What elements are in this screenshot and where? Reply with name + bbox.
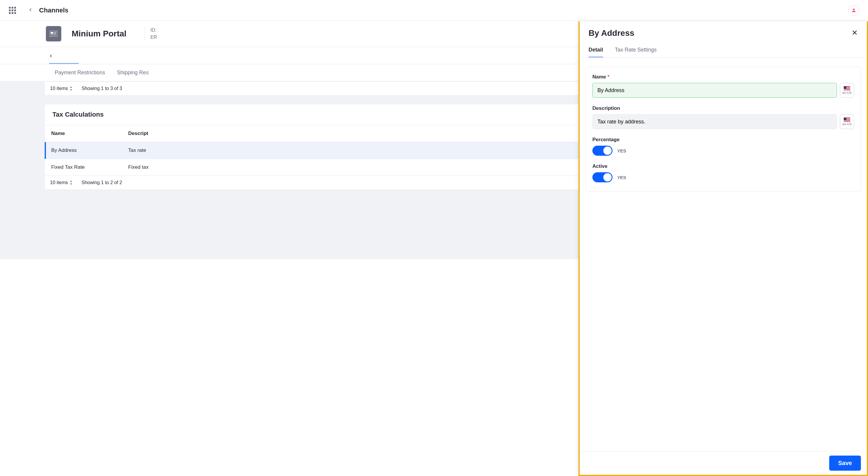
description-label: Description <box>592 105 854 111</box>
side-panel: By Address Detail Tax Rate Settings Name… <box>579 21 868 259</box>
tab-shipping-restrictions[interactable]: Shipping Res <box>117 70 149 76</box>
subnav-back-button[interactable] <box>48 53 55 61</box>
items-per-page-label: 10 items <box>50 86 68 91</box>
header-erp-label: ER <box>150 34 157 41</box>
user-avatar[interactable] <box>848 5 859 16</box>
form-group-active: Active YES <box>592 163 854 182</box>
active-toggle[interactable] <box>592 172 613 182</box>
us-flag-icon <box>844 86 850 90</box>
form-group-name: Name * en-US <box>592 74 854 98</box>
tax-items-per-page-dropdown[interactable]: 10 items <box>50 180 72 185</box>
tax-showing-text: Showing 1 to 2 of 2 <box>82 180 122 185</box>
percentage-toggle-value: YES <box>617 148 626 153</box>
panel-form-card: Name * en-US <box>586 67 861 192</box>
us-flag-icon <box>844 118 850 122</box>
svg-marker-8 <box>70 184 72 185</box>
locale-selector[interactable]: en-US <box>840 114 854 129</box>
panel-title: By Address <box>589 28 634 38</box>
active-label: Active <box>592 163 854 169</box>
locale-code: en-US <box>842 122 851 126</box>
svg-marker-5 <box>70 87 72 88</box>
name-label: Name * <box>592 74 854 80</box>
panel-tab-detail[interactable]: Detail <box>589 44 603 57</box>
percentage-label: Percentage <box>592 137 854 143</box>
percentage-toggle[interactable] <box>592 146 613 156</box>
svg-rect-1 <box>51 32 53 34</box>
svg-rect-3 <box>54 33 56 34</box>
locale-selector[interactable]: en-US <box>840 83 854 98</box>
svg-rect-4 <box>51 35 56 35</box>
row-name: Fixed Tax Rate <box>51 164 128 170</box>
svg-rect-14 <box>844 89 850 90</box>
portal-title: Minium Portal <box>72 29 126 38</box>
portal-icon <box>46 26 61 41</box>
svg-marker-6 <box>70 89 72 91</box>
svg-rect-20 <box>844 118 846 120</box>
required-asterisk: * <box>608 74 610 80</box>
tax-items-per-page-label: 10 items <box>50 180 68 185</box>
apps-menu-icon[interactable] <box>9 7 16 14</box>
panel-tabs: Detail Tax Rate Settings <box>580 44 867 58</box>
active-tab-indicator <box>49 63 79 64</box>
panel-close-button[interactable] <box>851 29 858 37</box>
list-showing-text: Showing 1 to 3 of 3 <box>82 86 122 91</box>
panel-body: Name * en-US <box>580 58 867 259</box>
svg-rect-2 <box>54 32 56 33</box>
form-group-percentage: Percentage YES <box>592 137 854 156</box>
svg-rect-15 <box>844 86 846 89</box>
header-meta: ID: ER <box>144 27 157 41</box>
svg-marker-7 <box>70 181 72 182</box>
locale-code: en-US <box>842 91 851 94</box>
tab-payment-restrictions[interactable]: Payment Restrictions <box>55 70 105 76</box>
form-group-description: Description en-US <box>592 105 854 129</box>
page-title: Channels <box>39 6 68 14</box>
topbar: Channels <box>0 0 868 21</box>
name-input[interactable] <box>592 83 837 98</box>
items-per-page-dropdown[interactable]: 10 items <box>50 86 72 91</box>
panel-header: By Address <box>580 21 867 44</box>
col-header-name: Name <box>51 131 128 136</box>
svg-rect-19 <box>844 121 850 121</box>
header-id-label: ID: <box>150 27 157 34</box>
name-label-text: Name <box>592 74 606 80</box>
back-button[interactable] <box>28 7 33 13</box>
row-name: By Address <box>51 148 128 153</box>
panel-tab-tax-rate-settings[interactable]: Tax Rate Settings <box>615 44 657 57</box>
description-input[interactable] <box>592 114 837 129</box>
active-toggle-value: YES <box>617 175 626 180</box>
